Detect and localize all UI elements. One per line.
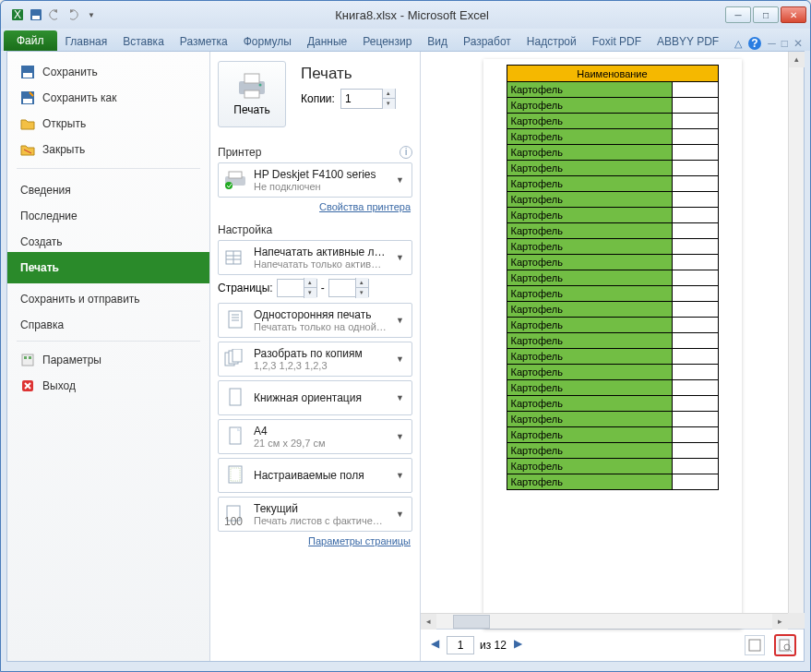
tab-insert[interactable]: Вставка (115, 31, 172, 51)
exit-icon (20, 378, 35, 393)
undo-icon[interactable] (47, 7, 62, 22)
svg-rect-7 (23, 73, 32, 78)
tab-addins[interactable]: Надстрой (519, 31, 584, 51)
page-setup-link[interactable]: Параметры страницы (218, 535, 411, 546)
minimize-button[interactable]: ─ (725, 6, 751, 23)
tab-data[interactable]: Данные (300, 31, 354, 51)
workbook-minimize-icon[interactable]: ─ (768, 37, 776, 50)
sidebar-item-print[interactable]: Печать (7, 252, 209, 283)
help-icon[interactable]: ? (747, 36, 762, 51)
workbook-close-icon[interactable]: ✕ (793, 37, 803, 50)
table-cell (672, 286, 718, 302)
printer-select[interactable]: HP Deskjet F4100 seriesНе подключен ▼ (218, 162, 412, 198)
svg-rect-35 (230, 389, 241, 405)
chevron-down-icon: ▼ (392, 316, 408, 325)
sidebar-item-open[interactable]: Открыть (7, 111, 209, 137)
table-row: Картофель (507, 286, 718, 302)
sidebar-label: Параметры (42, 354, 101, 366)
scale-select[interactable]: 100 ТекущийПечать листов с фактическ... … (218, 497, 412, 532)
svg-text:100: 100 (224, 515, 243, 525)
scroll-thumb[interactable] (453, 615, 490, 629)
vertical-scrollbar[interactable]: ▴▾ (788, 52, 804, 629)
print-preview-pane: Наименование КартофельКартофельКартофель… (421, 52, 804, 661)
page-to-input[interactable]: ▴▾ (328, 279, 369, 297)
tab-file[interactable]: Файл (4, 30, 57, 51)
table-header: Наименование (507, 66, 718, 82)
tab-review[interactable]: Рецензир (355, 31, 419, 51)
table-cell (672, 318, 718, 333)
tab-home[interactable]: Главная (58, 31, 115, 51)
dd-label: Настраиваемые поля (254, 469, 387, 482)
sidebar-item-options[interactable]: Параметры (7, 347, 209, 373)
print-button[interactable]: Печать (218, 61, 286, 127)
current-page-input[interactable]: 1 (447, 636, 474, 654)
sidebar-item-save[interactable]: Сохранить (7, 59, 209, 85)
sidebar-item-help[interactable]: Справка (7, 309, 209, 335)
scroll-left-icon[interactable]: ◂ (421, 614, 436, 630)
table-row: Картофель (507, 114, 718, 129)
window-controls: ─ □ ✕ (725, 6, 806, 23)
sidebar-item-saveas[interactable]: Сохранить как (7, 85, 209, 111)
next-page-button[interactable]: ▶ (512, 637, 525, 654)
sidebar-item-recent[interactable]: Последние (7, 200, 209, 226)
redo-icon[interactable] (66, 7, 80, 22)
table-cell (672, 239, 718, 255)
info-icon[interactable]: i (400, 146, 412, 159)
orientation-select[interactable]: Книжная ориентация ▼ (218, 380, 412, 415)
sidebar-item-new[interactable]: Создать (7, 226, 209, 252)
show-margins-button[interactable] (745, 635, 765, 655)
dd-sub: Напечатать только активны... (254, 258, 387, 270)
scale-icon: 100 (222, 501, 248, 527)
spinner-down-icon[interactable]: ▾ (355, 288, 368, 298)
collate-select[interactable]: Разобрать по копиям1,2,3 1,2,3 1,2,3 ▼ (218, 342, 412, 377)
dd-sub: Печать листов с фактическ... (254, 515, 387, 526)
spinner-down-icon[interactable]: ▾ (382, 99, 395, 109)
table-cell: Картофель (507, 270, 672, 286)
workbook-restore-icon[interactable]: □ (781, 37, 788, 50)
print-what-select[interactable]: Напечатать активные листыНапечатать толь… (218, 240, 412, 275)
tab-developer[interactable]: Разработ (456, 31, 519, 51)
sides-select[interactable]: Односторонняя печатьПечатать только на о… (218, 303, 412, 338)
scroll-up-icon[interactable]: ▴ (789, 52, 805, 67)
tab-view[interactable]: Вид (420, 31, 455, 51)
prev-page-button[interactable]: ◀ (428, 637, 441, 654)
margins-select[interactable]: Настраиваемые поля ▼ (218, 458, 412, 493)
maximize-button[interactable]: □ (753, 6, 779, 23)
chevron-down-icon: ▼ (392, 510, 408, 519)
chevron-down-icon: ▼ (392, 253, 408, 262)
table-cell (672, 255, 718, 270)
ribbon-minimize-icon[interactable]: △ (734, 38, 742, 50)
horizontal-scrollbar[interactable]: ◂▸ (421, 613, 788, 629)
paper-select[interactable]: A421 см x 29,7 см ▼ (218, 419, 412, 454)
spinner-up-icon[interactable]: ▴ (304, 278, 316, 288)
table-cell: Картофель (507, 396, 672, 412)
table-cell (672, 270, 718, 286)
zoom-to-page-button[interactable] (774, 634, 796, 656)
printer-properties-link[interactable]: Свойства принтера (218, 201, 411, 212)
table-cell: Картофель (507, 333, 672, 349)
tab-abbyy[interactable]: ABBYY PDF (650, 31, 726, 51)
spinner-down-icon[interactable]: ▾ (304, 288, 316, 298)
chevron-down-icon: ▼ (392, 175, 408, 185)
page-from-input[interactable]: ▴▾ (277, 279, 317, 297)
spinner-up-icon[interactable]: ▴ (355, 278, 368, 288)
svg-rect-42 (780, 640, 789, 651)
tab-layout[interactable]: Разметка (173, 31, 235, 51)
table-row: Картофель (507, 176, 718, 192)
close-button[interactable]: ✕ (781, 6, 806, 23)
tab-formulas[interactable]: Формулы (236, 31, 299, 51)
sidebar-item-share[interactable]: Сохранить и отправить (7, 283, 209, 309)
copies-spinner[interactable]: ▴▾ (340, 89, 396, 109)
tab-foxit[interactable]: Foxit PDF (585, 31, 649, 51)
sidebar-item-close[interactable]: Закрыть (7, 137, 209, 162)
spinner-up-icon[interactable]: ▴ (382, 89, 395, 99)
copies-input[interactable] (341, 90, 382, 107)
sidebar-item-exit[interactable]: Выход (7, 373, 209, 399)
table-row: Картофель (507, 333, 718, 349)
scroll-right-icon[interactable]: ▸ (772, 614, 788, 630)
table-row: Картофель (507, 161, 718, 176)
sidebar-item-info[interactable]: Сведения (7, 174, 209, 200)
save-icon[interactable] (29, 7, 43, 22)
qat-dropdown-icon[interactable]: ▼ (84, 7, 99, 22)
app-window: X ▼ Книга8.xlsx - Microsoft Excel ─ □ ✕ … (0, 0, 811, 672)
